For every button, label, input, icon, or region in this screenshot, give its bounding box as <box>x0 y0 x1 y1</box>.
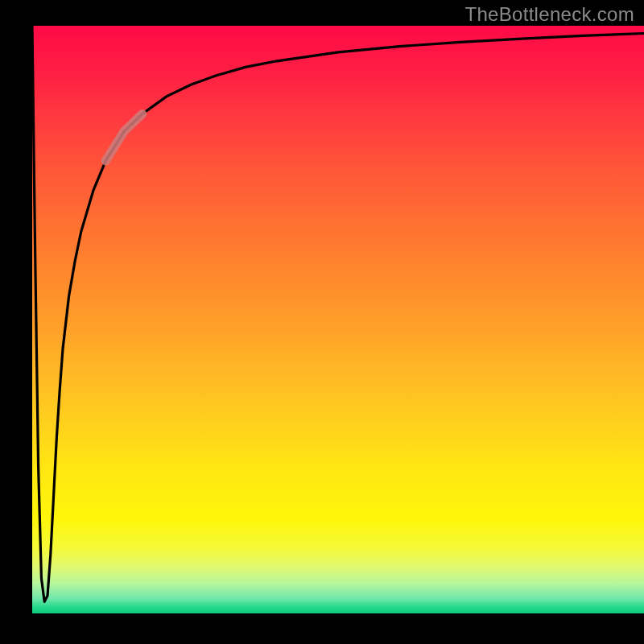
chart-frame: TheBottleneck.com <box>0 0 644 644</box>
bottleneck-curve-path <box>32 26 644 601</box>
bottleneck-curve-svg <box>32 26 644 613</box>
attribution-label: TheBottleneck.com <box>464 3 634 26</box>
bottleneck-curve-highlight <box>105 114 142 161</box>
